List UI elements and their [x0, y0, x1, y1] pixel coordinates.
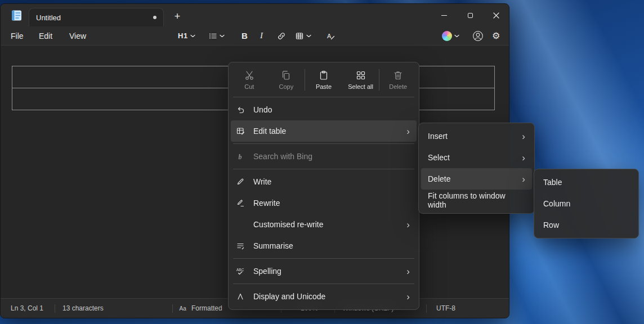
settings-button[interactable]: ⚙ — [489, 28, 503, 43]
menu-edit[interactable]: Edit — [33, 29, 58, 43]
menu-item-summarise[interactable]: Summarise — [231, 235, 417, 256]
statusbar-divider — [55, 304, 55, 313]
spelling-icon: ABC — [236, 267, 245, 276]
close-icon — [493, 12, 499, 19]
chevron-right-icon: › — [406, 267, 410, 276]
context-menu: Cut Copy Paste — [228, 62, 419, 310]
menu-item-spelling[interactable]: ABC Spelling › — [231, 260, 417, 282]
menu-file[interactable]: File — [5, 29, 29, 43]
svg-text:Aa: Aa — [180, 305, 187, 312]
submenu-item-select[interactable]: Select › — [421, 147, 532, 168]
maximize-icon — [468, 13, 473, 18]
menu-item-search-with-bing[interactable]: b Search with Bing — [231, 146, 417, 167]
menu-view[interactable]: View — [64, 29, 92, 43]
formatting-mode-label: Formatted — [191, 304, 222, 312]
copilot-icon — [442, 31, 452, 41]
menu-item-label: Select — [428, 153, 450, 162]
encoding: UTF-8 — [436, 299, 455, 318]
menu-item-label: Row — [543, 220, 559, 230]
edit-table-icon — [236, 127, 245, 136]
insert-link-button[interactable] — [274, 28, 289, 43]
copy-label: Copy — [279, 83, 294, 90]
menu-item-label: Fit columns to window width — [428, 191, 525, 209]
menu-item-label: Rewrite — [253, 199, 280, 208]
formatting-mode[interactable]: Aa Formatted — [179, 299, 222, 318]
submenu-item-insert[interactable]: Insert › — [421, 125, 532, 147]
svg-text:b: b — [239, 153, 242, 161]
chevron-right-icon: › — [406, 292, 410, 302]
chevron-down-icon — [454, 34, 459, 38]
submenu-item-fit-columns[interactable]: Fit columns to window width — [421, 190, 532, 211]
chevron-right-icon: › — [522, 132, 525, 141]
menu-toolbar: File Edit View H1 B I — [1, 26, 509, 46]
menu-item-label: Edit table — [253, 127, 286, 136]
menu-item-undo[interactable]: Undo — [231, 99, 417, 120]
copilot-dropdown[interactable] — [439, 28, 462, 43]
submenu-item-delete-table[interactable]: Table — [536, 172, 636, 193]
svg-text:ABC: ABC — [236, 268, 244, 272]
submenu-item-delete-row[interactable]: Row — [536, 214, 636, 236]
tab-untitled[interactable]: Untitled — [29, 8, 164, 26]
chevron-down-icon — [220, 34, 225, 38]
submenu-item-delete-column[interactable]: Column — [536, 193, 636, 214]
settings-gear-icon: ⚙ — [492, 30, 500, 41]
rewrite-icon — [236, 199, 245, 208]
menu-divider — [233, 258, 414, 259]
cut-button[interactable]: Cut — [231, 65, 268, 95]
menu-divider — [233, 143, 414, 144]
statusbar-divider — [172, 304, 173, 313]
bold-icon: B — [242, 31, 248, 40]
clear-formatting-button[interactable]: A — [323, 28, 338, 43]
menu-item-label: Write — [253, 177, 271, 186]
titlebar[interactable]: Untitled + — [1, 4, 509, 26]
minimize-button[interactable] — [431, 4, 457, 26]
menu-item-label: Customised re-write — [253, 220, 323, 229]
copy-icon — [280, 70, 292, 81]
menu-item-write[interactable]: Write — [231, 171, 417, 192]
close-button[interactable] — [483, 4, 509, 26]
menu-item-customised-rewrite[interactable]: Customised re-write › — [231, 214, 417, 235]
maximize-button[interactable] — [457, 4, 483, 26]
menu-item-display-and-unicode[interactable]: Display and Unicode › — [231, 286, 417, 307]
clear-formatting-icon: A — [326, 32, 335, 40]
undo-icon — [236, 105, 245, 114]
new-tab-button[interactable]: + — [169, 8, 186, 24]
submenu-item-delete[interactable]: Delete › — [421, 168, 532, 190]
chevron-right-icon: › — [522, 153, 525, 163]
account-button[interactable] — [469, 28, 486, 43]
cursor-position: Ln 3, Col 1 — [11, 299, 43, 318]
account-icon — [472, 30, 484, 42]
copy-button[interactable]: Copy — [268, 65, 305, 95]
chevron-right-icon: › — [406, 127, 410, 136]
list-style-dropdown[interactable] — [205, 28, 227, 43]
unsaved-indicator-icon — [153, 16, 156, 19]
svg-text:A: A — [327, 33, 332, 39]
italic-icon: I — [260, 31, 263, 40]
bing-icon: b — [236, 152, 245, 161]
menu-divider — [233, 169, 414, 169]
table-icon — [295, 32, 304, 40]
delete-label: Delete — [389, 83, 407, 90]
context-menu-action-row: Cut Copy Paste — [231, 65, 417, 95]
heading-style-dropdown[interactable]: H1 — [175, 28, 198, 43]
delete-icon — [392, 70, 404, 81]
tab-title: Untitled — [36, 14, 61, 22]
chevron-down-icon — [190, 34, 195, 38]
menu-item-label: Table — [543, 178, 562, 187]
chevron-down-icon — [306, 34, 311, 38]
heading-style-label: H1 — [178, 32, 188, 40]
delete-button[interactable]: Delete — [379, 65, 417, 95]
cut-icon — [244, 70, 255, 81]
bold-button[interactable]: B — [239, 28, 251, 43]
formatting-icon: Aa — [179, 304, 188, 312]
table-dropdown[interactable] — [292, 28, 314, 43]
paste-button[interactable]: Paste — [305, 65, 342, 95]
italic-button[interactable]: I — [257, 28, 266, 43]
delete-submenu: Table Column Row — [534, 169, 639, 238]
desktop-wallpaper: Untitled + File Edit View H1 — [0, 0, 644, 324]
paste-icon — [318, 70, 329, 81]
menu-item-edit-table[interactable]: Edit table › — [231, 120, 417, 142]
link-icon — [277, 32, 286, 40]
select-all-button[interactable]: Select all — [342, 65, 379, 95]
menu-item-rewrite[interactable]: Rewrite — [231, 192, 417, 214]
